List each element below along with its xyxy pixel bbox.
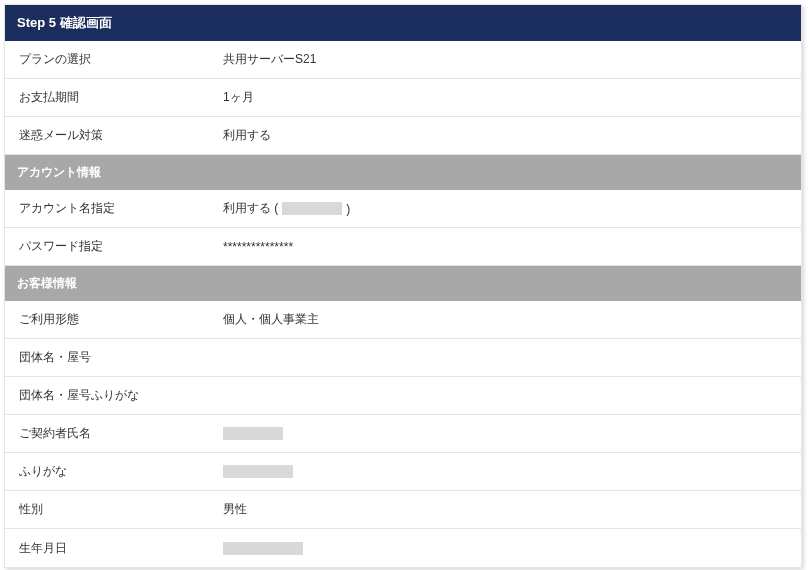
table-row: ご利用形態 個人・個人事業主 xyxy=(5,301,801,339)
table-row: 団体名・屋号ふりがな xyxy=(5,377,801,415)
row-value xyxy=(209,532,801,565)
row-value: 共用サーバーS21 xyxy=(209,41,801,78)
row-value xyxy=(209,386,801,406)
row-value: *************** xyxy=(209,230,801,264)
table-row: ふりがな xyxy=(5,453,801,491)
value-prefix: 利用する ( xyxy=(223,200,278,217)
section-title: アカウント情報 xyxy=(17,165,101,179)
row-label: ご利用形態 xyxy=(5,301,209,338)
table-row: パスワード指定 *************** xyxy=(5,228,801,266)
row-value xyxy=(209,455,801,488)
row-value: 1ヶ月 xyxy=(209,79,801,116)
row-label: 団体名・屋号 xyxy=(5,339,209,376)
table-row: お支払期間 1ヶ月 xyxy=(5,79,801,117)
header-title: Step 5 確認画面 xyxy=(17,15,112,30)
row-value xyxy=(209,348,801,368)
row-label: ふりがな xyxy=(5,453,209,490)
table-row: プランの選択 共用サーバーS21 xyxy=(5,41,801,79)
row-label: 迷惑メール対策 xyxy=(5,117,209,154)
section-title: お客様情報 xyxy=(17,276,77,290)
row-value xyxy=(209,417,801,450)
row-label: 性別 xyxy=(5,491,209,528)
confirmation-panel: Step 5 確認画面 プランの選択 共用サーバーS21 お支払期間 1ヶ月 迷… xyxy=(4,4,802,568)
row-value: 男性 xyxy=(209,491,801,528)
table-row: 迷惑メール対策 利用する xyxy=(5,117,801,155)
table-row: 団体名・屋号 xyxy=(5,339,801,377)
table-row: 性別 男性 xyxy=(5,491,801,529)
redacted-placeholder xyxy=(282,202,342,215)
value-suffix: ) xyxy=(346,202,350,216)
row-value: 利用する xyxy=(209,117,801,154)
row-value: 個人・個人事業主 xyxy=(209,301,801,338)
table-row: ご契約者氏名 xyxy=(5,415,801,453)
row-label: 団体名・屋号ふりがな xyxy=(5,377,209,414)
row-label: プランの選択 xyxy=(5,41,209,78)
table-row: 生年月日 xyxy=(5,529,801,567)
row-label: アカウント名指定 xyxy=(5,190,209,227)
panel-header: Step 5 確認画面 xyxy=(5,5,801,41)
redacted-placeholder xyxy=(223,427,283,440)
redacted-placeholder xyxy=(223,465,293,478)
redacted-placeholder xyxy=(223,542,303,555)
row-value: 利用する ( ) xyxy=(209,190,801,227)
row-label: パスワード指定 xyxy=(5,228,209,265)
section-header-account: アカウント情報 xyxy=(5,155,801,190)
section-header-customer: お客様情報 xyxy=(5,266,801,301)
row-label: ご契約者氏名 xyxy=(5,415,209,452)
row-label: 生年月日 xyxy=(5,530,209,567)
table-row: アカウント名指定 利用する ( ) xyxy=(5,190,801,228)
row-label: お支払期間 xyxy=(5,79,209,116)
